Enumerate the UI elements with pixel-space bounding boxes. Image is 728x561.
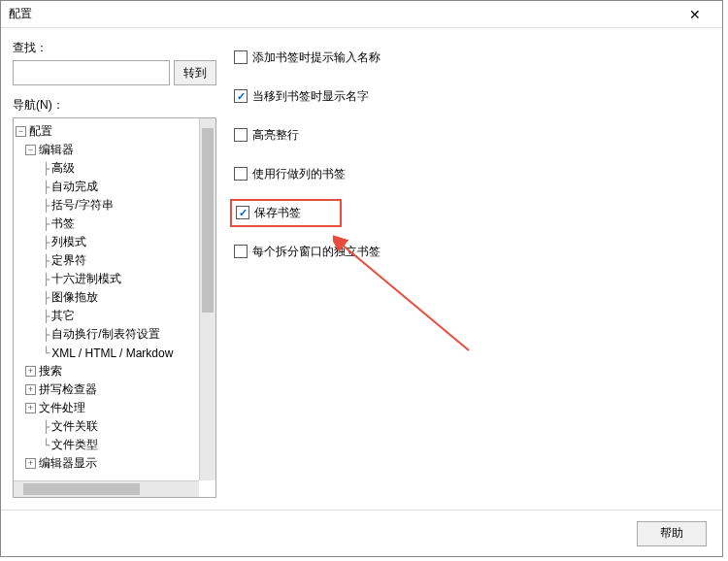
tree-label: 编辑器 <box>39 142 74 158</box>
checkbox-label: 当移到书签时显示名字 <box>252 88 369 105</box>
tree-label: 拼写检查器 <box>39 381 97 398</box>
tree-branch-icon: ├ <box>43 199 50 213</box>
expand-icon[interactable]: + <box>25 403 36 413</box>
tree-label: 自动完成 <box>51 179 98 195</box>
tree-branch-icon: ├ <box>43 420 50 434</box>
tree-branch-icon: ├ <box>43 162 50 176</box>
titlebar: 配置 ✕ <box>1 1 722 28</box>
tree-spell[interactable]: + 拼写检查器 <box>16 380 197 399</box>
left-panel: 查找： 转到 导航(N)： − 配置 − 编辑器 ├ <box>13 40 216 498</box>
tree-editor-display[interactable]: + 编辑器显示 <box>16 454 197 473</box>
tree-image-drag[interactable]: ├ 图像拖放 <box>16 288 197 307</box>
content-area: 查找： 转到 导航(N)： − 配置 − 编辑器 ├ <box>1 28 722 510</box>
config-dialog: 配置 ✕ 查找： 转到 导航(N)： − 配置 − 编辑 <box>0 0 723 557</box>
tree-delimiter[interactable]: ├ 定界符 <box>16 251 197 270</box>
option-column-bookmark[interactable]: 使用行做列的书签 <box>234 164 711 183</box>
highlighted-option[interactable]: 保存书签 <box>230 199 342 227</box>
close-button[interactable]: ✕ <box>676 2 714 27</box>
tree-label: 搜索 <box>39 363 62 380</box>
tree-label: 其它 <box>51 308 75 324</box>
scrollbar-thumb[interactable] <box>23 483 140 495</box>
tree-label: 自动换行/制表符设置 <box>51 326 159 343</box>
tree-label: 文件关联 <box>51 418 98 435</box>
tree-brackets[interactable]: ├ 括号/字符串 <box>16 196 197 214</box>
tree-misc[interactable]: ├ 其它 <box>16 307 197 325</box>
tree-label: 配置 <box>29 123 52 140</box>
nav-label: 导航(N)： <box>13 97 216 114</box>
checkbox[interactable] <box>234 245 248 258</box>
vertical-scrollbar[interactable] <box>199 118 215 480</box>
checkbox-label: 添加书签时提示输入名称 <box>252 50 381 66</box>
checkbox-label: 每个拆分窗口的独立书签 <box>252 244 381 260</box>
options-panel: 添加书签时提示输入名称 当移到书签时显示名字 高亮整行 使用行做列的书签 保存书… <box>216 40 711 498</box>
tree-xml-html[interactable]: └ XML / HTML / Markdow <box>16 344 197 362</box>
expand-icon[interactable]: + <box>25 458 36 469</box>
tree-label: 文件处理 <box>39 400 85 416</box>
tree-advanced[interactable]: ├ 高级 <box>16 159 197 178</box>
tree-label: 高级 <box>51 160 75 177</box>
tree-branch-icon: └ <box>43 346 50 360</box>
tree-branch-icon: ├ <box>43 310 50 323</box>
search-row: 转到 <box>13 60 216 85</box>
tree-scroll-area[interactable]: − 配置 − 编辑器 ├ 高级 ├ 自动完成 <box>14 118 199 480</box>
tree-label: 括号/字符串 <box>51 197 113 214</box>
tree-wrap-tab[interactable]: ├ 自动换行/制表符设置 <box>16 325 197 344</box>
option-highlight-line[interactable]: 高亮整行 <box>234 125 711 145</box>
tree-label: 列模式 <box>51 234 86 250</box>
search-label: 查找： <box>13 40 216 56</box>
tree-editor[interactable]: − 编辑器 <box>16 141 197 159</box>
nav-tree: − 配置 − 编辑器 ├ 高级 ├ 自动完成 <box>13 117 216 498</box>
tree-file-assoc[interactable]: ├ 文件关联 <box>16 417 197 436</box>
checkbox[interactable] <box>234 89 248 103</box>
horizontal-scrollbar[interactable] <box>14 480 199 497</box>
scrollbar-thumb[interactable] <box>202 128 214 313</box>
tree-label: 书签 <box>51 215 75 232</box>
close-icon: ✕ <box>689 7 701 22</box>
tree-label: 编辑器显示 <box>39 455 97 472</box>
checkbox-label: 保存书签 <box>254 205 301 221</box>
tree-branch-icon: ├ <box>43 273 50 286</box>
tree-branch-icon: ├ <box>43 254 50 268</box>
tree-file-handling[interactable]: + 文件处理 <box>16 399 197 417</box>
tree-autocomplete[interactable]: ├ 自动完成 <box>16 178 197 196</box>
dialog-title: 配置 <box>9 6 32 22</box>
checkbox-label: 使用行做列的书签 <box>252 166 346 182</box>
tree-branch-icon: ├ <box>43 328 50 342</box>
option-show-name-hover[interactable]: 当移到书签时显示名字 <box>234 86 711 106</box>
collapse-icon[interactable]: − <box>16 126 26 137</box>
checkbox[interactable] <box>234 167 248 181</box>
tree-bookmark[interactable]: ├ 书签 <box>16 214 197 233</box>
help-button[interactable]: 帮助 <box>637 521 707 546</box>
tree-branch-icon: ├ <box>43 291 50 305</box>
tree-label: 十六进制模式 <box>51 271 121 287</box>
expand-icon[interactable]: + <box>25 366 36 377</box>
tree-label: 定界符 <box>51 252 86 269</box>
option-split-window-bookmark[interactable]: 每个拆分窗口的独立书签 <box>234 242 711 261</box>
checkbox[interactable] <box>234 128 248 142</box>
goto-button[interactable]: 转到 <box>174 60 216 85</box>
tree-branch-icon: └ <box>43 439 50 452</box>
tree-file-type[interactable]: └ 文件类型 <box>16 436 197 454</box>
tree-hex-mode[interactable]: ├ 十六进制模式 <box>16 270 197 288</box>
checkbox-label: 高亮整行 <box>252 127 299 144</box>
tree-label: XML / HTML / Markdow <box>51 346 173 360</box>
dialog-footer: 帮助 <box>1 510 722 556</box>
expand-icon[interactable]: + <box>25 384 36 395</box>
tree-label: 文件类型 <box>51 437 98 453</box>
checkbox[interactable] <box>234 50 248 64</box>
checkbox[interactable] <box>236 206 249 219</box>
tree-label: 图像拖放 <box>51 289 98 306</box>
search-input[interactable] <box>13 60 170 85</box>
tree-branch-icon: ├ <box>43 217 50 231</box>
tree-column-mode[interactable]: ├ 列模式 <box>16 233 197 251</box>
tree-branch-icon: ├ <box>43 181 50 194</box>
option-add-bookmark-prompt[interactable]: 添加书签时提示输入名称 <box>234 48 711 67</box>
option-save-bookmark-row: 保存书签 <box>234 203 711 222</box>
tree-root-config[interactable]: − 配置 <box>16 122 197 141</box>
tree-branch-icon: ├ <box>43 236 50 249</box>
tree-search[interactable]: + 搜索 <box>16 362 197 380</box>
collapse-icon[interactable]: − <box>25 145 36 155</box>
